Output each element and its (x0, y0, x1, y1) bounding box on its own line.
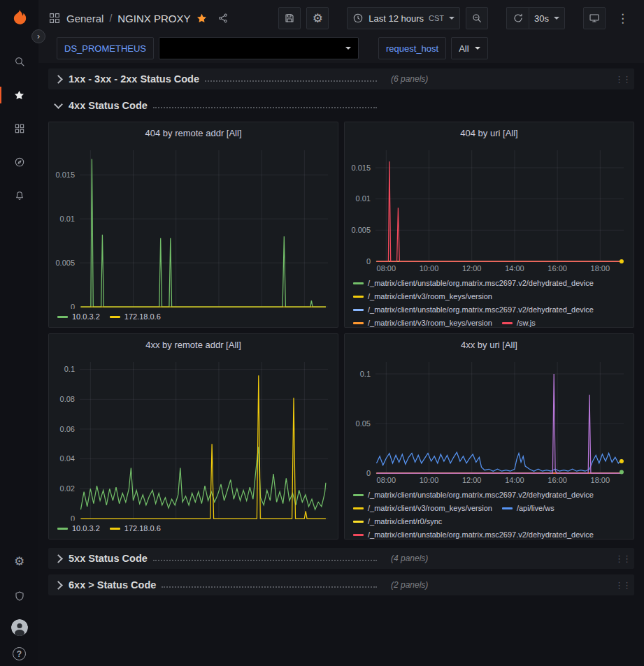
svg-text:0.1: 0.1 (360, 370, 371, 378)
breadcrumb-separator: / (109, 13, 112, 24)
timeseries-chart[interactable]: 00.0050.010.01508:0010:0012:0014:0016:00… (49, 143, 338, 309)
favorite-star-icon[interactable] (196, 13, 208, 24)
apps-grid-icon[interactable] (48, 12, 61, 24)
request-host-variable-dropdown[interactable]: All (451, 37, 487, 59)
svg-text:0: 0 (366, 257, 371, 266)
legend-item[interactable]: 10.0.3.2 (57, 311, 100, 323)
svg-text:0.01: 0.01 (356, 194, 371, 203)
datasource-variable-dropdown[interactable] (159, 37, 359, 59)
sidebar-item-starred[interactable] (0, 83, 38, 107)
caret-down-icon (475, 47, 480, 50)
row-drag-handle[interactable]: ⋮⋮ (615, 74, 630, 85)
legend-series-label: /_matrix/client/v3/room_keys/version (368, 291, 492, 303)
grafana-logo[interactable] (9, 7, 30, 30)
save-icon (284, 13, 295, 24)
svg-text:14:00: 14:00 (505, 476, 524, 484)
dashboard-settings-button[interactable]: ⚙ (306, 7, 329, 29)
datasource-variable-label[interactable]: DS_PROMETHEUS (57, 37, 154, 59)
panel-title[interactable]: 404 by uri [All] (345, 122, 634, 143)
svg-text:18:00: 18:00 (591, 476, 610, 484)
row-6xx[interactable]: 6xx > Status Code (2 panels) ⋮⋮ (48, 574, 634, 595)
more-options-button[interactable]: ⋮ (611, 7, 634, 29)
sidebar-item-explore[interactable] (0, 150, 38, 174)
row-4xx[interactable]: 4xx Status Code (48, 95, 634, 116)
sidebar-item-server-admin[interactable] (0, 584, 38, 608)
sidebar-item-search[interactable] (0, 50, 38, 73)
sidebar-item-dashboards[interactable] (0, 117, 38, 140)
legend-item[interactable]: /_matrix/client/unstable/org.matrix.msc2… (353, 489, 594, 501)
shield-icon (14, 591, 25, 602)
datasource-label-text: DS_PROMETHEUS (64, 43, 146, 54)
sidebar-item-settings[interactable]: ⚙ (0, 549, 38, 573)
legend-item[interactable]: /_matrix/client/unstable/org.matrix.msc2… (353, 529, 594, 539)
refresh-interval-label: 30s (534, 13, 549, 24)
legend-item[interactable]: /_matrix/client/v3/room_keys/version (353, 502, 492, 514)
panel-404-by-uri: 404 by uri [All] 00.0050.010.01508:0010:… (344, 122, 634, 328)
legend-series-label: /_matrix/client/unstable/org.matrix.msc2… (368, 489, 594, 501)
legend-series-swatch (353, 534, 364, 536)
chevron-right-icon (54, 554, 63, 563)
legend-series-label: /sw.js (517, 317, 536, 327)
legend-item[interactable]: 172.18.0.6 (110, 311, 161, 323)
svg-text:0.02: 0.02 (60, 484, 75, 493)
breadcrumb-dashboard-title[interactable]: NGINX PROXY (117, 13, 190, 24)
timezone-label: CST (429, 14, 444, 22)
panel-legend: 10.0.3.2172.18.0.6 (49, 521, 338, 539)
svg-text:0.01: 0.01 (60, 215, 75, 223)
row-5xx[interactable]: 5xx Status Code (4 panels) ⋮⋮ (48, 548, 634, 569)
panel-title[interactable]: 4xx by remote addr [All] (49, 334, 338, 355)
svg-text:08:00: 08:00 (377, 476, 396, 484)
legend-series-swatch (353, 309, 364, 311)
help-icon[interactable]: ? (13, 647, 26, 660)
legend-series-label: 10.0.3.2 (72, 523, 100, 535)
sidebar-expand-icon[interactable]: › (31, 29, 45, 43)
row-drag-handle[interactable]: ⋮⋮ (615, 553, 630, 564)
svg-text:0.005: 0.005 (351, 226, 371, 234)
panel-title[interactable]: 4xx by uri [All] (345, 334, 634, 355)
caret-down-icon (554, 17, 559, 20)
legend-series-swatch (353, 507, 364, 509)
refresh-interval-dropdown[interactable]: 30s (529, 7, 565, 29)
row-drag-handle[interactable]: ⋮⋮ (615, 580, 630, 591)
timeseries-chart[interactable]: 00.0050.010.01508:0010:0012:0014:0016:00… (345, 143, 634, 275)
sidebar-item-alerting[interactable] (0, 184, 38, 208)
legend-series-swatch (353, 296, 364, 298)
legend-series-label: 10.0.3.2 (72, 311, 100, 323)
svg-text:14:00: 14:00 (505, 264, 524, 273)
search-icon (14, 56, 25, 67)
user-avatar[interactable] (11, 619, 28, 636)
save-dashboard-button[interactable] (278, 7, 301, 29)
share-icon[interactable] (217, 13, 229, 24)
svg-text:0.1: 0.1 (64, 365, 75, 373)
caret-down-icon (345, 47, 351, 50)
legend-series-label: /api/live/ws (517, 502, 554, 514)
legend-item[interactable]: /_matrix/client/unstable/org.matrix.msc2… (353, 304, 594, 316)
row-title: 4xx Status Code (69, 100, 148, 111)
zoom-out-time-button[interactable] (466, 7, 488, 29)
legend-item[interactable]: 172.18.0.6 (110, 523, 161, 535)
sidebar: › ⚙ ? (0, 0, 38, 666)
request-host-variable-label[interactable]: request_host (378, 37, 446, 59)
legend-series-label: 172.18.0.6 (124, 523, 161, 535)
kiosk-mode-button[interactable] (583, 7, 606, 29)
refresh-button[interactable] (506, 7, 529, 29)
panel-4xx-by-remote-addr: 4xx by remote addr [All] 00.020.040.060.… (48, 333, 338, 540)
zoom-out-icon (471, 13, 482, 24)
legend-item[interactable]: 10.0.3.2 (57, 523, 100, 535)
row-1xx-3xx-2xx[interactable]: 1xx - 3xx - 2xx Status Code (6 panels) ⋮… (48, 68, 634, 89)
legend-item[interactable]: /sw.js (502, 317, 536, 327)
dashboard-content: 1xx - 3xx - 2xx Status Code (6 panels) ⋮… (38, 63, 644, 595)
timeseries-chart[interactable]: 00.050.108:0010:0012:0014:0016:0018:00 (345, 355, 634, 487)
timeseries-chart[interactable]: 00.020.040.060.080.108:0010:0012:0014:00… (49, 355, 338, 521)
legend-item[interactable]: /_matrix/client/v3/room_keys/version (353, 291, 492, 303)
legend-item[interactable]: /_matrix/client/r0/sync (353, 516, 442, 528)
panel-title[interactable]: 404 by remote addr [All] (49, 122, 338, 143)
time-range-picker[interactable]: Last 12 hours CST (347, 7, 460, 29)
time-range-label: Last 12 hours (368, 13, 424, 24)
legend-item[interactable]: /_matrix/client/unstable/org.matrix.msc2… (353, 277, 594, 289)
legend-series-swatch (110, 528, 120, 530)
chevron-down-icon (54, 100, 63, 109)
legend-item[interactable]: /api/live/ws (502, 502, 554, 514)
legend-item[interactable]: /_matrix/client/v3/room_keys/version (353, 317, 492, 327)
breadcrumb-section[interactable]: General (66, 13, 103, 24)
